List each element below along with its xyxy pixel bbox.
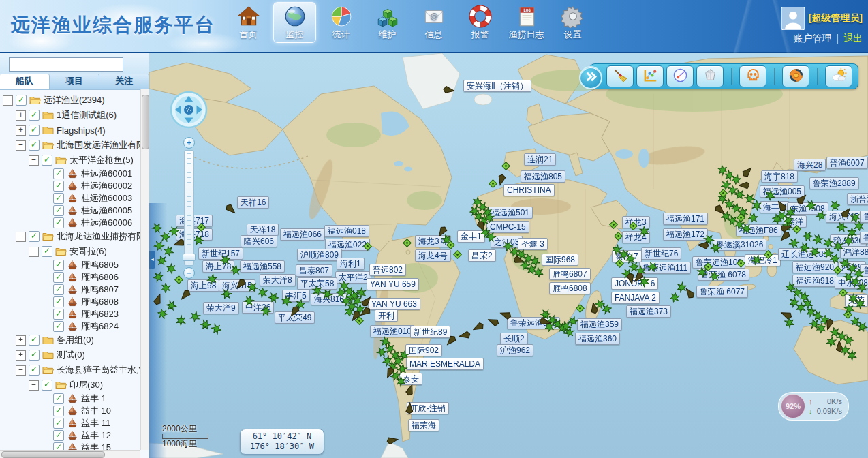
logout-link[interactable]: 退出: [843, 33, 863, 44]
checkbox[interactable]: ✓: [53, 393, 64, 404]
checkbox[interactable]: ✓: [29, 125, 40, 136]
vessel-icon-diamond[interactable]: [489, 179, 497, 191]
vessel-label[interactable]: 福远渔010: [370, 325, 415, 337]
vessel-label[interactable]: 福远渔918: [792, 275, 837, 287]
vessel-icon-diamond[interactable]: [737, 213, 745, 225]
tree-expander[interactable]: −: [16, 232, 26, 242]
tab-project[interactable]: 项目: [50, 74, 99, 89]
vessel-icon-fish[interactable]: [247, 282, 258, 295]
vessel-icon-ship[interactable]: [697, 240, 709, 252]
vessel-label[interactable]: 国际968: [542, 254, 578, 266]
vessel-icon-fish[interactable]: [568, 316, 578, 329]
vessel-icon-fish[interactable]: [602, 304, 612, 317]
tree-leaf-vessel[interactable]: ✓雁鸣6806: [0, 271, 140, 284]
checkbox[interactable]: ✓: [53, 217, 64, 228]
vessel-icon-fish[interactable]: [258, 288, 268, 301]
vessel-icon-ship[interactable]: [359, 307, 371, 319]
vessel-label[interactable]: 福荣海: [408, 419, 439, 431]
tree-leaf-vessel[interactable]: ✓桂远渔60001: [0, 168, 140, 180]
checkbox[interactable]: ✓: [53, 181, 64, 192]
nav-alarm[interactable]: 报警: [459, 2, 501, 43]
checkbox[interactable]: ✓: [29, 350, 40, 361]
weather-button[interactable]: [825, 65, 852, 87]
scrollbar-thumb[interactable]: [1, 451, 105, 458]
vessel-icon-diamond[interactable]: [576, 303, 585, 316]
vessel-label[interactable]: 海宇818: [761, 170, 798, 183]
vessel-label[interactable]: 鲁荣渔 6077: [696, 286, 748, 298]
vessel-icon-fish[interactable]: [855, 299, 865, 311]
vessel-icon-ship[interactable]: [625, 273, 637, 286]
zoom-slider-handle[interactable]: [183, 254, 196, 261]
nav-monitor[interactable]: 监控: [273, 2, 316, 43]
select-area-button[interactable]: [696, 65, 724, 87]
vessel-icon-fish[interactable]: [639, 226, 649, 239]
tree-expander[interactable]: −: [3, 95, 13, 106]
vessel-label[interactable]: 普渔6007: [826, 157, 868, 169]
vessel-label[interactable]: 普远802: [369, 264, 406, 276]
vessel-icon-fish[interactable]: [809, 247, 820, 260]
vessel-label[interactable]: 昌泰807: [296, 264, 332, 277]
tree-folder[interactable]: +✓备用组(0): [0, 333, 140, 348]
vessel-label[interactable]: 沪顺渔809: [297, 249, 342, 261]
nav-settings[interactable]: 设置: [551, 2, 594, 43]
vessel-icon-fish[interactable]: [377, 347, 387, 360]
expand-button[interactable]: [579, 66, 602, 89]
checkbox[interactable]: ✓: [16, 95, 27, 106]
vessel-icon-fish[interactable]: [647, 262, 657, 275]
vessel-label[interactable]: 连润21: [524, 153, 556, 166]
tree-folder[interactable]: −✓北海国发远洋渔业有限公: [0, 138, 140, 153]
vessel-label[interactable]: 雁鸣6808: [549, 282, 591, 294]
tree-folder[interactable]: −✓远洋渔业(2394): [0, 93, 140, 108]
checkbox[interactable]: ✓: [53, 296, 64, 307]
vessel-icon-fish[interactable]: [166, 301, 176, 314]
vessel-icon-fish[interactable]: [639, 277, 649, 290]
vessel-icon-diamond[interactable]: [363, 241, 372, 254]
vessel-icon-fish[interactable]: [830, 200, 840, 213]
checkbox[interactable]: ✓: [53, 406, 64, 416]
vessel-icon-fish[interactable]: [816, 211, 826, 224]
vessel-icon-fish[interactable]: [806, 200, 816, 213]
tree-folder[interactable]: −✓安哥拉(6): [0, 244, 140, 259]
tree-leaf-vessel[interactable]: ✓益丰 15: [0, 442, 140, 450]
tree-expander[interactable]: −: [16, 140, 26, 151]
vessel-label[interactable]: 开利: [375, 309, 398, 322]
tab-follow[interactable]: 关注: [99, 74, 149, 89]
vessel-icon-fish[interactable]: [268, 292, 279, 305]
tree-leaf-vessel[interactable]: ✓桂远渔60003: [0, 192, 140, 204]
checkbox[interactable]: ✓: [53, 260, 64, 271]
zoom-track[interactable]: [184, 150, 194, 266]
tree-leaf-vessel[interactable]: ✓益丰 10: [0, 405, 140, 417]
vessel-icon-fish[interactable]: [207, 274, 217, 287]
vessel-icon-fish[interactable]: [469, 206, 480, 219]
checkbox[interactable]: ✓: [53, 309, 64, 320]
vessel-icon-fish[interactable]: [748, 213, 758, 226]
vessel-label[interactable]: 天祥18: [247, 224, 279, 236]
vessel-label[interactable]: 福远渔805: [521, 170, 565, 183]
vessel-icon-ship[interactable]: [459, 330, 471, 342]
tree-leaf-vessel[interactable]: ✓益丰 12: [0, 429, 140, 442]
vessel-icon-ship[interactable]: [741, 166, 754, 179]
vessel-icon-diamond[interactable]: [719, 188, 728, 200]
tree-expander[interactable]: +: [16, 125, 26, 136]
vessel-label[interactable]: 福远渔359: [577, 318, 622, 331]
vessel-icon-ship[interactable]: [404, 384, 416, 397]
tree-horizontal-scrollbar[interactable]: [0, 450, 140, 458]
checkbox[interactable]: ✓: [29, 231, 40, 242]
vessel-label[interactable]: 福远渔558: [240, 260, 285, 273]
vessel-icon-fish[interactable]: [533, 267, 544, 280]
vessel-label[interactable]: 福远渔172: [663, 228, 708, 241]
vessel-icon-ship[interactable]: [386, 435, 399, 447]
vessel-icon-fish[interactable]: [230, 265, 241, 278]
vessel-icon-fish[interactable]: [833, 241, 843, 254]
vessel-icon-ship[interactable]: [539, 316, 551, 329]
vessel-icon-ship[interactable]: [683, 288, 696, 300]
checkbox[interactable]: ✓: [53, 193, 64, 204]
vessel-icon-ship[interactable]: [225, 204, 237, 216]
vessel-icon-fish[interactable]: [857, 282, 867, 295]
vessel-label[interactable]: 安兴海Ⅱ（注销）: [463, 80, 531, 92]
checkbox[interactable]: ✓: [53, 168, 64, 179]
vessel-icon-diamond[interactable]: [453, 249, 462, 262]
zoom-in-button[interactable]: +: [183, 137, 195, 149]
tree-expander[interactable]: +: [16, 110, 26, 121]
vessel-icon-fish[interactable]: [711, 243, 721, 256]
